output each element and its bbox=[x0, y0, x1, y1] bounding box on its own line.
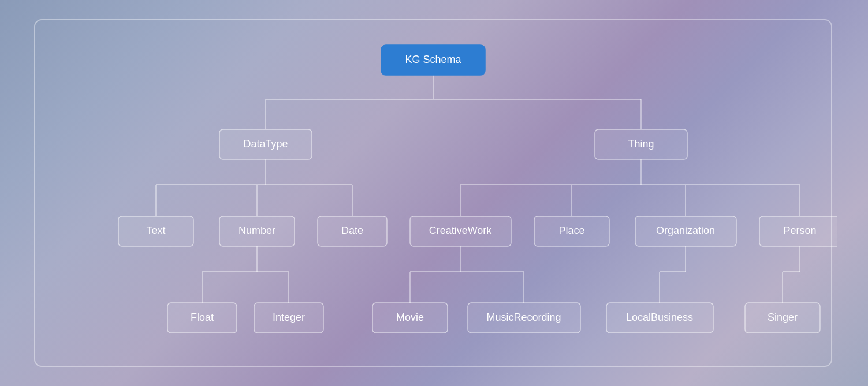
node-text-label: Text bbox=[146, 225, 165, 236]
node-localbusiness-label: LocalBusiness bbox=[626, 311, 693, 323]
tree-diagram: KG Schema DataType Thing Text Number Dat… bbox=[29, 14, 837, 372]
node-musicrecording-label: MusicRecording bbox=[486, 311, 561, 323]
node-singer-label: Singer bbox=[768, 311, 798, 323]
node-creativework-label: CreativeWork bbox=[429, 225, 493, 236]
node-date-label: Date bbox=[341, 225, 363, 236]
node-integer-label: Integer bbox=[273, 311, 305, 323]
node-thing-label: Thing bbox=[628, 138, 654, 150]
node-organization-label: Organization bbox=[656, 225, 715, 236]
diagram-container: KG Schema DataType Thing Text Number Dat… bbox=[0, 0, 868, 386]
node-place-label: Place bbox=[558, 225, 584, 236]
node-datatype-label: DataType bbox=[243, 138, 288, 150]
node-float-label: Float bbox=[191, 311, 214, 323]
node-movie-label: Movie bbox=[396, 311, 424, 323]
node-number-label: Number bbox=[239, 225, 275, 236]
node-person-label: Person bbox=[783, 225, 816, 236]
node-root-label: KG Schema bbox=[405, 54, 461, 65]
